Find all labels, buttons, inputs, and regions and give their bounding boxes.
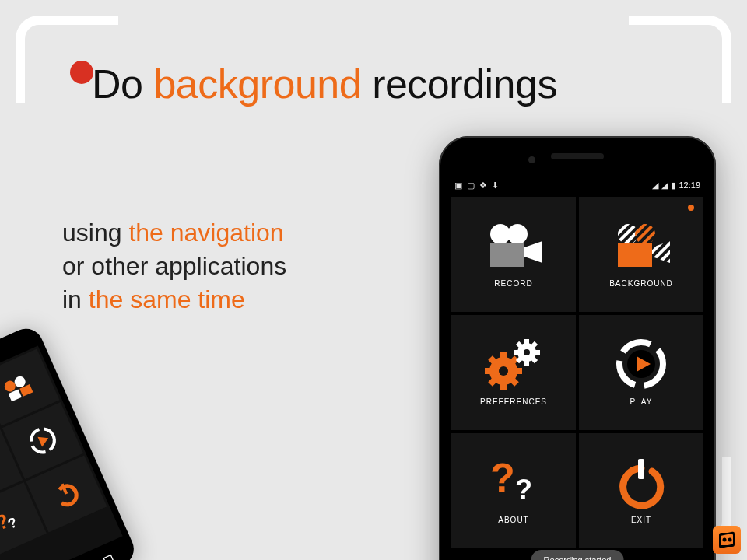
tile-label: PLAY <box>630 397 653 406</box>
subtext: using the navigation or other applicatio… <box>62 216 286 317</box>
camera-status-icon: ▣ <box>454 180 462 191</box>
status-time: 12:19 <box>679 180 700 190</box>
background-tile[interactable]: BACKGROUND <box>579 197 703 312</box>
svg-rect-33 <box>500 382 507 390</box>
exit-tile[interactable]: EXIT <box>579 433 703 548</box>
about-tile[interactable]: ?? ABOUT <box>451 433 576 548</box>
tile-label: EXIT <box>631 516 651 524</box>
preferences-tile[interactable]: PREFERENCES <box>451 315 576 430</box>
record-tile[interactable]: RECORD <box>451 197 576 312</box>
svg-marker-13 <box>37 433 51 447</box>
recording-indicator-icon <box>688 205 694 211</box>
phone-mockup: ▣ ▢ ❖ ⬇ ◢ ◢ ▮ 12:19 RECORD <box>439 136 716 560</box>
svg-point-62 <box>723 538 727 542</box>
svg-marker-24 <box>524 241 542 263</box>
svg-point-40 <box>499 366 508 376</box>
svg-rect-35 <box>514 368 522 374</box>
dropbox-status-icon: ❖ <box>479 180 487 191</box>
toast-message: Recording started <box>531 550 624 560</box>
play-tile[interactable]: PLAY <box>579 315 703 430</box>
status-bar: ▣ ▢ ❖ ⬇ ◢ ◢ ▮ 12:19 <box>448 177 707 194</box>
headline-highlight: background <box>153 61 361 107</box>
stripes-icon <box>0 370 38 404</box>
tile-label: PREFERENCES <box>480 397 547 406</box>
decorative-phone: ?? <box>0 324 139 560</box>
power-icon <box>47 475 85 513</box>
play-icon <box>609 340 673 388</box>
gears-icon <box>0 450 1 486</box>
record-dot-icon <box>70 61 93 84</box>
svg-rect-44 <box>514 350 519 355</box>
svg-rect-34 <box>485 368 493 374</box>
image-status-icon: ▢ <box>467 180 475 191</box>
recent-icon <box>102 553 116 560</box>
svg-rect-56 <box>638 459 644 479</box>
camera-icon <box>482 222 545 270</box>
wifi-icon: ◢ <box>652 180 658 191</box>
power-icon <box>609 458 673 506</box>
tile-label: ABOUT <box>498 516 528 524</box>
tile-label: BACKGROUND <box>609 279 673 288</box>
svg-text:?: ? <box>490 457 515 500</box>
svg-point-22 <box>507 224 528 244</box>
svg-rect-32 <box>500 352 507 360</box>
svg-point-28 <box>635 224 655 244</box>
svg-point-63 <box>728 538 732 542</box>
gears-icon <box>482 340 545 388</box>
svg-rect-43 <box>524 360 529 366</box>
play-icon <box>24 422 61 460</box>
svg-text:?: ? <box>515 474 532 506</box>
svg-rect-23 <box>490 243 524 267</box>
svg-rect-42 <box>524 339 529 345</box>
question-icon: ?? <box>482 458 545 506</box>
battery-icon: ▮ <box>671 180 675 191</box>
svg-rect-29 <box>618 243 652 267</box>
download-status-icon: ⬇ <box>492 180 499 191</box>
app-logo-icon <box>713 526 741 554</box>
phone-screen: ▣ ▢ ❖ ⬇ ◢ ◢ ▮ 12:19 RECORD <box>448 177 707 560</box>
headline-text: recordings <box>361 61 557 107</box>
stripes-icon <box>609 222 673 270</box>
svg-rect-45 <box>535 350 540 355</box>
svg-rect-20 <box>103 555 114 560</box>
frame-corner <box>629 16 731 103</box>
signal-icon: ◢ <box>661 180 668 191</box>
question-icon: ?? <box>0 504 23 538</box>
svg-marker-30 <box>652 241 670 263</box>
headline-text: Do <box>92 61 153 107</box>
tile-label: RECORD <box>494 279 532 288</box>
svg-point-16 <box>54 482 80 509</box>
headline: Do background recordings <box>92 61 557 107</box>
svg-point-50 <box>524 349 530 355</box>
